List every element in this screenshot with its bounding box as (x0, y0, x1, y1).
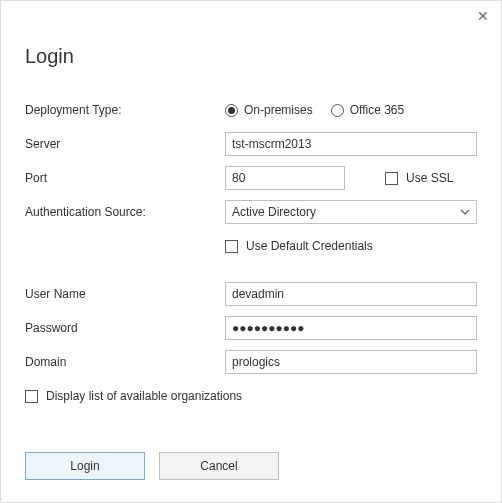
checkbox-icon (385, 172, 398, 185)
chevron-down-icon (460, 209, 470, 215)
label-domain: Domain (25, 355, 225, 369)
use-ssl-checkbox[interactable] (385, 172, 398, 185)
row-auth-source: Authentication Source: Active Directory (25, 200, 477, 224)
display-orgs-label: Display list of available organizations (46, 389, 242, 403)
default-credentials-label: Use Default Credentials (246, 239, 373, 253)
label-server: Server (25, 137, 225, 151)
radio-on-premises[interactable]: On-premises (225, 103, 313, 117)
auth-source-value: Active Directory (232, 205, 316, 219)
dialog-buttons: Login Cancel (25, 452, 279, 480)
row-user-name: User Name (25, 282, 477, 306)
password-field[interactable] (225, 316, 477, 340)
radio-icon (225, 104, 238, 117)
cancel-button[interactable]: Cancel (159, 452, 279, 480)
radio-label: On-premises (244, 103, 313, 117)
use-ssl-label: Use SSL (406, 171, 453, 185)
label-password: Password (25, 321, 225, 335)
port-field[interactable] (225, 166, 345, 190)
deployment-type-group: On-premises Office 365 (225, 103, 477, 117)
dialog-content: Login Deployment Type: On-premises Offic… (1, 1, 501, 434)
label-user-name: User Name (25, 287, 225, 301)
checkbox-icon (225, 240, 238, 253)
login-dialog: ✕ Login Deployment Type: On-premises Off… (0, 0, 502, 503)
radio-office-365[interactable]: Office 365 (331, 103, 404, 117)
row-deployment-type: Deployment Type: On-premises Office 365 (25, 98, 477, 122)
radio-icon (331, 104, 344, 117)
row-default-creds: Use Default Credentials (25, 234, 477, 258)
row-display-orgs: Display list of available organizations (25, 384, 477, 408)
row-password: Password (25, 316, 477, 340)
page-title: Login (25, 45, 477, 68)
label-auth-source: Authentication Source: (25, 205, 225, 219)
row-server: Server (25, 132, 477, 156)
label-deployment-type: Deployment Type: (25, 103, 225, 117)
close-icon[interactable]: ✕ (477, 9, 489, 23)
row-port: Port Use SSL (25, 166, 477, 190)
checkbox-icon (25, 390, 38, 403)
radio-label: Office 365 (350, 103, 404, 117)
row-domain: Domain (25, 350, 477, 374)
label-port: Port (25, 171, 225, 185)
domain-field[interactable] (225, 350, 477, 374)
user-name-field[interactable] (225, 282, 477, 306)
login-button[interactable]: Login (25, 452, 145, 480)
display-orgs-checkbox[interactable]: Display list of available organizations (25, 389, 242, 403)
auth-source-select[interactable]: Active Directory (225, 200, 477, 224)
default-credentials-checkbox[interactable]: Use Default Credentials (225, 239, 373, 253)
server-field[interactable] (225, 132, 477, 156)
